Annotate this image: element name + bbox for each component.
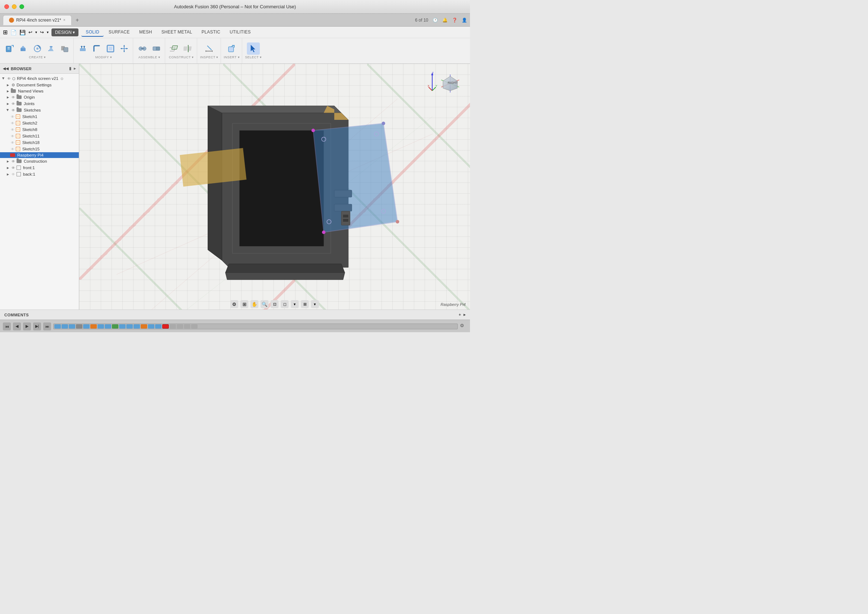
timeline-play-button[interactable]: ▶	[23, 323, 31, 330]
app-grid-icon[interactable]: ⊞	[3, 29, 8, 36]
tree-item-joints[interactable]: ▶ 👁 Joints	[0, 101, 79, 107]
timeline-item-2[interactable]	[62, 324, 68, 329]
more-create-tool[interactable]	[58, 42, 71, 55]
tab-plastic[interactable]: PLASTIC	[197, 28, 225, 37]
redo-dropdown-icon[interactable]: ▾	[47, 30, 49, 34]
tree-item-sketch18[interactable]: 👁 Sketch18	[0, 139, 79, 146]
tree-item-front1[interactable]: ▶ 👁 front:1	[0, 164, 79, 171]
new-tab-button[interactable]: +	[73, 16, 82, 25]
notifications-icon[interactable]: 🔔	[442, 18, 448, 23]
close-button[interactable]	[4, 4, 9, 9]
eye-sketch8[interactable]: 👁	[10, 127, 15, 132]
timeline-item-18[interactable]	[177, 324, 183, 329]
tab-mesh[interactable]: MESH	[135, 28, 157, 37]
history-icon[interactable]: 🕐	[432, 18, 438, 23]
undo-icon[interactable]: ↩	[28, 29, 33, 35]
tree-item-sketch8[interactable]: 👁 Sketch8	[0, 126, 79, 133]
timeline-item-4[interactable]	[76, 324, 82, 329]
press-pull-tool[interactable]	[77, 42, 90, 55]
extrude-tool[interactable]	[17, 42, 30, 55]
eye-sketch11[interactable]: 👁	[10, 133, 15, 138]
tree-item-raspi[interactable]: Raspberry Pi4	[0, 152, 79, 158]
eye-sketch18[interactable]: 👁	[10, 140, 15, 145]
tab-surface[interactable]: SURFACE	[104, 28, 134, 37]
tab-solid[interactable]: SOLID	[81, 28, 104, 37]
timeline-item-12[interactable]	[133, 324, 140, 329]
timeline-item-14[interactable]	[148, 324, 154, 329]
timeline-item-6[interactable]	[90, 324, 97, 329]
minimize-button[interactable]	[12, 4, 17, 9]
select-tool[interactable]	[247, 42, 260, 55]
timeline-end-button[interactable]: ⏭	[43, 323, 51, 330]
joint-tool[interactable]	[136, 42, 149, 55]
tab-sheet-metal[interactable]: SHEET METAL	[157, 28, 197, 37]
tree-item-sketches[interactable]: ▶ 👁 Sketches	[0, 107, 79, 113]
timeline-track[interactable]	[53, 324, 458, 329]
camera-icon[interactable]: ⊞	[301, 300, 309, 308]
eye-origin[interactable]: 👁	[11, 95, 16, 100]
eye-joints[interactable]: 👁	[11, 101, 16, 106]
tree-item-named-views[interactable]: ▶ Named Views	[0, 88, 79, 94]
tree-item-back1[interactable]: ▶ 👁 back:1	[0, 171, 79, 177]
timeline-item-10[interactable]	[119, 324, 126, 329]
browser-collapse-button[interactable]: ▮ ▸	[69, 66, 76, 71]
tab-close-icon[interactable]: ×	[64, 18, 65, 22]
redo-icon[interactable]: ↪	[40, 29, 44, 35]
display-type-icon[interactable]: ▾	[291, 300, 299, 308]
hand-icon[interactable]: ✋	[251, 300, 258, 308]
zoom-icon[interactable]: 🔍	[260, 300, 268, 308]
measure-tool[interactable]	[203, 42, 215, 55]
window-controls[interactable]	[4, 4, 24, 9]
tree-item-doc-settings[interactable]: ▶ ⚙ Document Settings	[0, 82, 79, 88]
new-component-tool[interactable]	[4, 42, 17, 55]
timeline-item-17[interactable]	[169, 324, 176, 329]
tree-item-root[interactable]: ▶ 👁 ⬡ RPi4 4inch screen v21 ⊙	[0, 75, 79, 82]
browser-back-icon[interactable]: ◀◀	[3, 67, 9, 71]
eye-construction[interactable]: 👁	[11, 159, 16, 164]
timeline-start-button[interactable]: ⏮	[3, 323, 11, 330]
file-icon[interactable]: 📄	[11, 29, 17, 35]
timeline-item-1[interactable]	[54, 324, 61, 329]
comments-expand-icon[interactable]: ▸	[463, 312, 466, 317]
fillet-tool[interactable]	[90, 42, 103, 55]
timeline-item-11[interactable]	[126, 324, 133, 329]
timeline-item-9[interactable]	[112, 324, 118, 329]
timeline-item-active[interactable]	[162, 324, 169, 329]
viewport[interactable]: RIGHT Z X Y Raspberry Pi4 ⚙ ⊞ ✋ 🔍 ⊡ ◻	[79, 64, 470, 310]
design-dropdown-button[interactable]: DESIGN ▾	[51, 28, 79, 36]
timeline-item-20[interactable]	[191, 324, 198, 329]
timeline-next-button[interactable]: ▶|	[33, 323, 41, 330]
display-mode-icon[interactable]: ◻	[281, 300, 288, 308]
timeline-prev-button[interactable]: ◀	[13, 323, 21, 330]
tree-item-sketch1[interactable]: 👁 Sketch1	[0, 113, 79, 120]
move-tool[interactable]	[118, 42, 131, 55]
shell-tool[interactable]	[104, 42, 117, 55]
eye-sketch1[interactable]: 👁	[10, 114, 15, 119]
loft-tool[interactable]	[45, 42, 57, 55]
tree-item-sketch11[interactable]: 👁 Sketch11	[0, 133, 79, 139]
tree-item-construction[interactable]: ▶ 👁 Construction	[0, 158, 79, 164]
as-built-joint-tool[interactable]	[150, 42, 163, 55]
tab-utilities[interactable]: UTILITIES	[225, 28, 255, 37]
tree-item-sketch15[interactable]: 👁 Sketch15	[0, 146, 79, 152]
timeline-item-13[interactable]	[141, 324, 147, 329]
undo-dropdown-icon[interactable]: ▾	[35, 30, 37, 34]
timeline-item-8[interactable]	[105, 324, 111, 329]
account-icon[interactable]: 👤	[462, 18, 467, 23]
eye-front1[interactable]: 👁	[11, 165, 16, 170]
environment-icon[interactable]: ▾	[311, 300, 319, 308]
save-icon[interactable]: 💾	[19, 29, 26, 35]
eye-root[interactable]: 👁	[6, 76, 11, 81]
offset-plane-tool[interactable]	[168, 42, 181, 55]
comments-add-icon[interactable]: +	[459, 312, 461, 317]
insert-mesh-tool[interactable]	[225, 42, 238, 55]
eye-sketches[interactable]: 👁	[11, 108, 16, 113]
timeline-item-19[interactable]	[184, 324, 191, 329]
revolve-tool[interactable]	[31, 42, 44, 55]
grid-icon[interactable]: ⊞	[240, 300, 248, 308]
maximize-button[interactable]	[19, 4, 24, 9]
timeline-item-5[interactable]	[83, 324, 90, 329]
eye-sketch2[interactable]: 👁	[10, 121, 15, 126]
midplane-tool[interactable]	[182, 42, 195, 55]
settings-icon[interactable]: ⚙	[230, 300, 238, 308]
